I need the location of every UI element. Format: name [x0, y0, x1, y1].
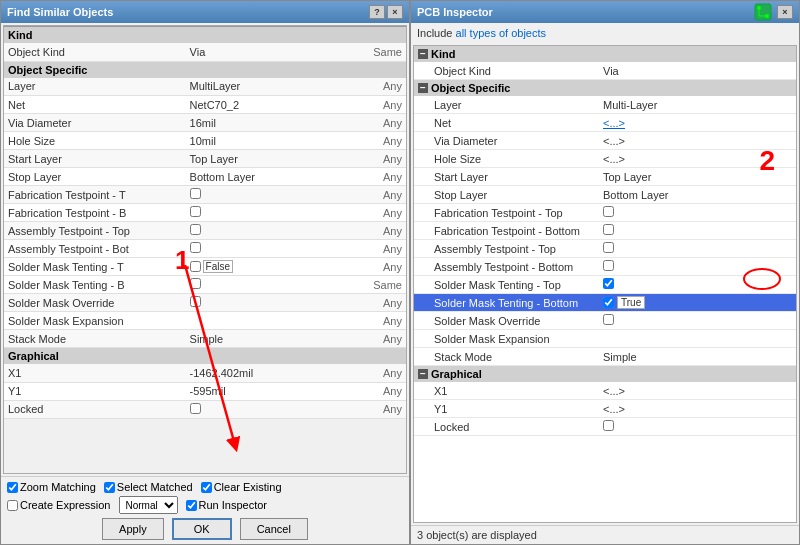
- status-bar: 3 object(s) are displayed: [411, 525, 799, 544]
- collapse-obj-specific-icon[interactable]: −: [418, 83, 428, 93]
- inspector-row: Net <...>: [414, 114, 796, 132]
- object-specific-section-header: Object Specific: [4, 61, 406, 78]
- apply-button[interactable]: Apply: [102, 518, 164, 540]
- left-panel-title: Find Similar Objects: [7, 6, 113, 18]
- table-row: Locked Any: [4, 400, 406, 418]
- run-inspector-label[interactable]: Run Inspector: [186, 499, 267, 511]
- inspector-row: Start Layer Top Layer: [414, 168, 796, 186]
- assembly-testpoint-top-checkbox[interactable]: [190, 224, 201, 235]
- inspector-row: Stop Layer Bottom Layer: [414, 186, 796, 204]
- svg-point-3: [757, 6, 761, 10]
- zoom-matching-label[interactable]: Zoom Matching: [7, 481, 96, 493]
- clear-existing-checkbox[interactable]: [201, 482, 212, 493]
- true-badge: True: [617, 296, 645, 309]
- inspector-row: Assembly Testpoint - Bottom: [414, 258, 796, 276]
- inspector-row: Layer Multi-Layer: [414, 96, 796, 114]
- right-panel-title: PCB Inspector: [417, 6, 493, 18]
- locked-checkbox-left[interactable]: [190, 403, 201, 414]
- inspector-row: Y1 <...>: [414, 400, 796, 418]
- properties-table: Kind Object Kind Via Same Object Specifi…: [4, 26, 406, 419]
- graphical-section-r: − Graphical: [414, 366, 796, 382]
- table-row: Y1 -595mil Any: [4, 382, 406, 400]
- bottom-controls: Zoom Matching Select Matched Clear Exist…: [1, 476, 409, 544]
- table-row: Layer MultiLayer Any: [4, 78, 406, 96]
- object-specific-section: − Object Specific: [414, 80, 796, 96]
- table-row: Stack Mode Simple Any: [4, 330, 406, 348]
- solder-mask-tenting-b-row: Solder Mask Tenting - B Same: [4, 276, 406, 294]
- zoom-matching-checkbox[interactable]: [7, 482, 18, 493]
- table-row: Assembly Testpoint - Top Any: [4, 222, 406, 240]
- fab-testpoint-bottom-checkbox[interactable]: [603, 224, 614, 235]
- inspector-row: Fabrication Testpoint - Top: [414, 204, 796, 222]
- normal-select[interactable]: Normal: [119, 496, 178, 514]
- assembly-testpoint-bot-checkbox[interactable]: [190, 242, 201, 253]
- collapse-kind-icon[interactable]: −: [418, 49, 428, 59]
- checkbox-row-2: Create Expression Normal Run Inspector: [7, 496, 403, 514]
- table-row: Fabrication Testpoint - T Any: [4, 186, 406, 204]
- inspector-row: Stack Mode Simple: [414, 348, 796, 366]
- solder-mask-override-r-checkbox[interactable]: [603, 314, 614, 325]
- inspector-row: Solder Mask Expansion: [414, 330, 796, 348]
- fabrication-testpoint-b-checkbox[interactable]: [190, 206, 201, 217]
- solder-mask-tenting-bottom-row-highlighted: Solder Mask Tenting - Bottom True: [414, 294, 796, 312]
- inspector-row: X1 <...>: [414, 382, 796, 400]
- left-panel-titlebar: Find Similar Objects ? ×: [1, 1, 409, 23]
- table-row: Net NetC70_2 Any: [4, 96, 406, 114]
- pcb-icon: [753, 2, 773, 22]
- create-expression-label[interactable]: Create Expression: [7, 499, 111, 511]
- right-panel-titlebar: PCB Inspector ×: [411, 1, 799, 23]
- inspector-content: − Kind Object Kind Via − Object Specific…: [413, 45, 797, 523]
- table-row: Object Kind Via Same: [4, 43, 406, 61]
- table-row: Solder Mask Override Any: [4, 294, 406, 312]
- table-row: Start Layer Top Layer Any: [4, 150, 406, 168]
- checkbox-row-1: Zoom Matching Select Matched Clear Exist…: [7, 481, 403, 493]
- inspector-row: Solder Mask Override: [414, 312, 796, 330]
- ok-button[interactable]: OK: [172, 518, 232, 540]
- table-row: Hole Size 10mil Any: [4, 132, 406, 150]
- solder-mask-tenting-t-row: Solder Mask Tenting - T False Any: [4, 258, 406, 276]
- select-matched-checkbox[interactable]: [104, 482, 115, 493]
- inspector-row: Locked: [414, 418, 796, 436]
- svg-rect-2: [755, 4, 771, 20]
- run-inspector-checkbox[interactable]: [186, 500, 197, 511]
- locked-checkbox-right[interactable]: [603, 420, 614, 431]
- graphical-section-header: Graphical: [4, 348, 406, 365]
- create-expression-checkbox[interactable]: [7, 500, 18, 511]
- button-row: Apply OK Cancel: [7, 518, 403, 540]
- inspector-row: Via Diameter <...>: [414, 132, 796, 150]
- assembly-testpoint-bottom-r-checkbox[interactable]: [603, 260, 614, 271]
- table-row: Stop Layer Bottom Layer Any: [4, 168, 406, 186]
- solder-mask-tenting-bottom-r-checkbox[interactable]: [603, 297, 614, 308]
- table-row: Fabrication Testpoint - B Any: [4, 204, 406, 222]
- help-button[interactable]: ?: [369, 5, 385, 19]
- table-row: Via Diameter 16mil Any: [4, 114, 406, 132]
- table-row: Assembly Testpoint - Bot Any: [4, 240, 406, 258]
- assembly-testpoint-top-r-checkbox[interactable]: [603, 242, 614, 253]
- solder-mask-override-checkbox[interactable]: [190, 296, 201, 307]
- inspector-include-header: Include all types of objects: [411, 23, 799, 43]
- close-button[interactable]: ×: [387, 5, 403, 19]
- inspector-row: Object Kind Via: [414, 62, 796, 80]
- all-types-link[interactable]: all types of objects: [456, 27, 547, 39]
- fabrication-testpoint-t-checkbox[interactable]: [190, 188, 201, 199]
- clear-existing-label[interactable]: Clear Existing: [201, 481, 282, 493]
- table-row: X1 -1462.402mil Any: [4, 364, 406, 382]
- inspector-row: Fabrication Testpoint - Bottom: [414, 222, 796, 240]
- kind-section: − Kind: [414, 46, 796, 62]
- solder-mask-tenting-t-checkbox[interactable]: [190, 261, 201, 272]
- inspector-row: Assembly Testpoint - Top: [414, 240, 796, 258]
- net-link[interactable]: <...>: [603, 117, 625, 129]
- right-close-button[interactable]: ×: [777, 5, 793, 19]
- select-matched-label[interactable]: Select Matched: [104, 481, 193, 493]
- collapse-graphical-icon[interactable]: −: [418, 369, 428, 379]
- fab-testpoint-top-checkbox[interactable]: [603, 206, 614, 217]
- table-row: Solder Mask Expansion Any: [4, 312, 406, 330]
- cancel-button[interactable]: Cancel: [240, 518, 308, 540]
- kind-section-header: Kind: [4, 27, 406, 44]
- solder-mask-tenting-top-row: Solder Mask Tenting - Top: [414, 276, 796, 294]
- solder-mask-tenting-top-r-checkbox[interactable]: [603, 278, 614, 289]
- inspector-row: Hole Size <...>: [414, 150, 796, 168]
- solder-mask-tenting-b-checkbox[interactable]: [190, 278, 201, 289]
